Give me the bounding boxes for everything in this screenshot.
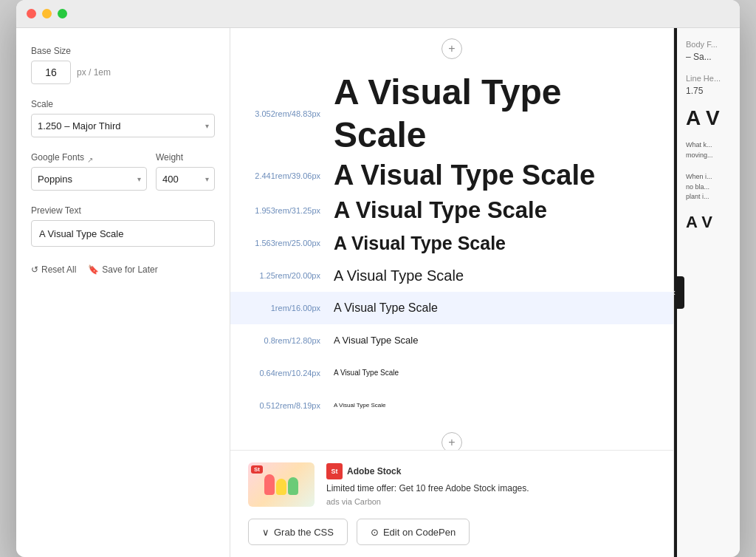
ad-section: St St Adobe Stock [248,462,656,507]
add-bottom-row: + [230,422,673,450]
base-size-unit: px / 1em [77,67,111,78]
scale-label-6: 1rem/16.00px [230,304,334,312]
plus-icon: + [448,436,455,449]
adobe-brand-name: Adobe Stock [347,466,401,476]
scale-area: + 3.052rem/48.83px A Visual Type Scale 2… [230,28,673,450]
scale-row[interactable]: 1.25rem/20.00px A Visual Type Scale [230,259,673,292]
app-window: Base Size 16 px / 1em Scale 1.250 – Majo… [16,0,740,557]
scale-label-3: 1.953rem/31.25px [230,206,334,215]
rp-preview-text: A V [686,108,732,129]
base-size-label: Base Size [31,46,215,56]
scale-label-7: 0.8rem/12.80px [230,336,334,345]
scale-row[interactable]: 1.563rem/25.00px A Visual Type Scale [230,227,673,259]
main-content: + 3.052rem/48.83px A Visual Type Scale 2… [230,28,673,557]
ad-via: ads via Carbon [326,497,529,506]
rp-sample-text-2: When i...no bla...plant i... [686,172,732,202]
fig-2 [276,479,286,495]
scale-row[interactable]: 0.8rem/12.80px A Visual Type Scale [230,324,673,357]
add-size-bottom-button[interactable]: + [441,432,462,450]
font-select[interactable]: Poppins Roboto Open Sans Lato Montserrat [31,167,147,191]
edit-codepen-label: Edit on CodePen [383,527,456,538]
edit-codepen-button[interactable]: ⊙ Edit on CodePen [357,519,470,545]
reset-label: Reset All [41,264,76,275]
scale-label-1: 3.052rem/48.83px [230,109,334,118]
rp-preview-letter-2: A V [686,214,732,230]
rp-body-font-value: – Sa... [686,52,732,62]
weight-section: Weight 400 300 500 600 700 ▾ [156,152,215,191]
plus-icon: + [448,42,455,55]
titlebar [16,0,740,28]
scale-label-9: 0.512rem/8.19px [230,401,334,410]
chevron-left-icon: ‹ [673,287,676,298]
ad-logo-row: St Adobe Stock [326,463,529,479]
scale-label-2: 2.441rem/39.06px [230,171,334,180]
ad-figures [264,474,298,495]
scale-text-7: A Visual Type Scale [334,335,418,346]
external-link-icon[interactable]: ↗ [87,156,93,164]
preview-text-input[interactable] [31,220,215,247]
adobe-badge: St [251,465,263,474]
rp-line-height-value: 1.75 [686,86,732,96]
right-panel-content: Body F... – Sa... Line He... 1.75 A V Wh… [674,28,740,242]
reset-all-button[interactable]: ↺ Reset All [31,264,76,275]
adobe-logo: St [326,463,343,479]
rp-line-height-section: Line He... 1.75 [686,74,732,96]
scale-label: Scale [31,99,215,109]
codepen-icon: ⊙ [371,527,379,538]
rp-preview-text-2: A V [686,214,732,230]
scale-text-9: A Visual Type Scale [334,402,385,409]
ad-text: St Adobe Stock Limited time offer: Get 1… [326,463,529,506]
collapse-button[interactable]: ‹ [673,276,684,309]
download-icon: ∨ [262,527,269,538]
scale-text-5: A Visual Type Scale [334,267,464,284]
scale-row[interactable]: 2.441rem/39.06px A Visual Type Scale [230,157,673,194]
scale-row[interactable]: 3.052rem/48.83px A Visual Type Scale [230,69,673,157]
preview-text-section: Preview Text [31,205,215,247]
app-body: Base Size 16 px / 1em Scale 1.250 – Majo… [16,28,740,557]
scale-label-4: 1.563rem/25.00px [230,239,334,247]
grab-css-button[interactable]: ∨ Grab the CSS [248,519,348,545]
rp-preview-letter: A V [686,108,732,129]
rp-body-font-section: Body F... – Sa... [686,40,732,62]
save-label: Save for Later [102,264,157,275]
google-fonts-label: Google Fonts [31,152,84,163]
scale-row[interactable]: 1.953rem/31.25px A Visual Type Scale [230,194,673,227]
left-panel: Base Size 16 px / 1em Scale 1.250 – Majo… [16,28,230,557]
scale-section: Scale 1.250 – Major Third 1.067 – Minor … [31,99,215,137]
add-size-top-button[interactable]: + [441,38,462,59]
save-for-later-button[interactable]: 🔖 Save for Later [88,264,157,275]
maximize-button[interactable] [58,9,67,18]
weight-label: Weight [156,152,215,163]
scale-text-6: A Visual Type Scale [334,301,438,315]
ad-description[interactable]: Limited time offer: Get 10 free Adobe St… [326,482,529,495]
scale-row-highlighted[interactable]: 1rem/16.00px A Visual Type Scale [230,292,673,324]
right-panel: ‹ Body F... – Sa... Line He... 1.75 A V … [673,28,740,557]
google-fonts-section: Google Fonts ↗ Poppins Roboto Open Sans … [31,152,147,191]
fig-1 [264,474,275,495]
close-button[interactable] [27,9,36,18]
scale-label-8: 0.64rem/10.24px [230,369,334,377]
weight-select[interactable]: 400 300 500 600 700 [156,167,215,191]
scale-text-2: A Visual Type Scale [334,159,595,193]
bottom-bar: St St Adobe Stock [230,450,673,557]
scale-row[interactable]: 0.64rem/10.24px A Visual Type Scale [230,357,673,389]
rp-body-text-2: When i...no bla...plant i... [686,172,732,202]
base-size-input[interactable]: 16 [31,61,71,84]
base-size-section: Base Size 16 px / 1em [31,46,215,84]
scale-select[interactable]: 1.250 – Major Third 1.067 – Minor Second… [31,114,215,137]
scale-row[interactable]: 0.512rem/8.19px A Visual Type Scale [230,389,673,422]
add-top-row: + [230,28,673,69]
scale-text-3: A Visual Type Scale [334,197,547,224]
grab-css-label: Grab the CSS [274,527,334,538]
scale-text-4: A Visual Type Scale [334,232,506,254]
bottom-actions: ↺ Reset All 🔖 Save for Later [31,264,215,275]
scale-label-5: 1.25rem/20.00px [230,271,334,280]
reset-icon: ↺ [31,264,38,275]
rp-sample-text-1: What k...moving... [686,140,732,160]
rp-body-text-1: What k...moving... [686,140,732,160]
minimize-button[interactable] [42,9,52,18]
scale-text-8: A Visual Type Scale [334,369,399,377]
action-buttons: ∨ Grab the CSS ⊙ Edit on CodePen [248,519,656,545]
ad-image: St [248,462,315,507]
fonts-row: Google Fonts ↗ Poppins Roboto Open Sans … [31,152,215,191]
